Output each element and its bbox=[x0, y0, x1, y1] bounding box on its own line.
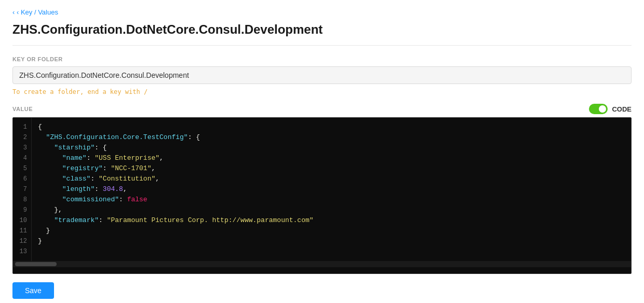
editor-bottom-bar bbox=[13, 267, 631, 273]
hint-separator: / bbox=[144, 88, 147, 95]
page-container: ‹ ‹ Key / Values ZHS.Configuration.DotNe… bbox=[0, 0, 644, 303]
scrollbar-thumb[interactable] bbox=[15, 262, 57, 266]
breadcrumb-chevron: ‹ bbox=[12, 8, 15, 16]
line-num-7: 7 bbox=[13, 184, 31, 195]
key-field-label: KEY OR FOLDER bbox=[12, 56, 632, 62]
line-num-5: 5 bbox=[13, 163, 31, 174]
line-num-12: 12 bbox=[13, 236, 31, 246]
line-num-3: 3 bbox=[13, 143, 31, 153]
hint-before: To create a folder, end a key with bbox=[12, 88, 144, 95]
code-editor[interactable]: 1 2 3 4 5 6 7 8 9 10 11 12 13 { "ZHS.Con… bbox=[12, 117, 632, 274]
code-content[interactable]: { "ZHS.Configuration.Core.TestConfig": {… bbox=[32, 118, 631, 261]
page-title: ZHS.Configuration.DotNetCore.Consul.Deve… bbox=[12, 22, 632, 46]
save-button[interactable]: Save bbox=[12, 282, 54, 299]
value-header: VALUE CODE bbox=[12, 104, 632, 114]
line-numbers: 1 2 3 4 5 6 7 8 9 10 11 12 13 bbox=[13, 118, 32, 261]
line-num-6: 6 bbox=[13, 174, 31, 184]
horizontal-scrollbar[interactable] bbox=[13, 261, 631, 267]
toggle-slider bbox=[589, 104, 608, 114]
breadcrumb[interactable]: ‹ ‹ Key / Values bbox=[12, 8, 632, 16]
line-num-11: 11 bbox=[13, 226, 31, 236]
value-label: VALUE bbox=[12, 106, 33, 112]
save-section: Save bbox=[12, 282, 632, 299]
key-input[interactable] bbox=[12, 66, 632, 84]
line-num-4: 4 bbox=[13, 153, 31, 163]
line-num-8: 8 bbox=[13, 195, 31, 205]
line-num-2: 2 bbox=[13, 132, 31, 143]
code-toggle-switch[interactable] bbox=[589, 104, 608, 114]
line-num-1: 1 bbox=[13, 122, 31, 132]
line-num-9: 9 bbox=[13, 205, 31, 215]
line-num-13: 13 bbox=[13, 246, 31, 257]
code-editor-inner: 1 2 3 4 5 6 7 8 9 10 11 12 13 { "ZHS.Con… bbox=[13, 118, 631, 261]
line-num-10: 10 bbox=[13, 215, 31, 226]
code-toggle-area: CODE bbox=[589, 104, 632, 114]
code-toggle-label: CODE bbox=[612, 105, 632, 113]
breadcrumb-label: ‹ Key / Values bbox=[17, 8, 58, 16]
hint-text: To create a folder, end a key with / bbox=[12, 88, 632, 95]
key-field-section: KEY OR FOLDER To create a folder, end a … bbox=[12, 56, 632, 95]
